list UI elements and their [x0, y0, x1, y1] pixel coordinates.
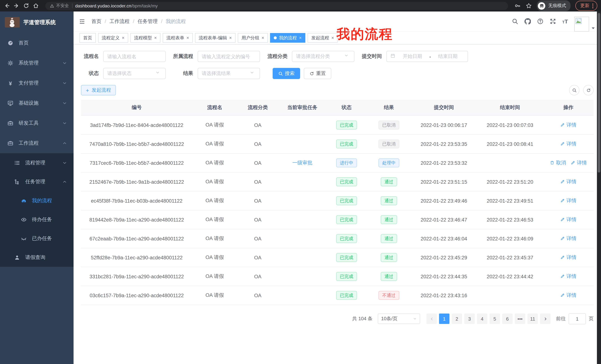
close-icon[interactable]: ×	[186, 36, 189, 40]
sidebar-item-dev-tools[interactable]: 研发工具	[0, 113, 74, 133]
page-button[interactable]: 11	[527, 314, 538, 324]
tab-流程表单-编辑[interactable]: 流程表单-编辑×	[195, 33, 235, 43]
page-button[interactable]: 6	[502, 314, 513, 324]
cell-actions: 详情	[543, 248, 594, 267]
breadcrumb-item[interactable]: 工作流程	[110, 18, 130, 25]
github-icon	[524, 18, 531, 25]
close-icon[interactable]: ×	[229, 36, 232, 40]
close-icon[interactable]: ×	[299, 36, 302, 40]
sidebar-toggle-icon[interactable]	[79, 18, 85, 25]
filter-input[interactable]	[103, 51, 166, 62]
cell-category: OA	[237, 210, 279, 229]
more-pages-button[interactable]: •••	[515, 314, 525, 324]
filter-select[interactable]: 请选择状态	[103, 68, 166, 79]
filter-select[interactable]: 请选择流结果	[198, 68, 260, 79]
reload-icon[interactable]	[23, 3, 29, 9]
url-bar[interactable]: 不安全 dashboard.yudao.iocoder.cn/bpm/task/…	[45, 2, 508, 10]
tab-发起流程[interactable]: 发起流程×	[308, 33, 338, 43]
cell-actions: 详情	[543, 286, 594, 305]
tab-用户分组[interactable]: 用户分组×	[238, 33, 268, 43]
close-icon[interactable]: ×	[154, 36, 157, 40]
create-process-button[interactable]: + 发起流程	[81, 85, 116, 95]
page-button[interactable]: 4	[477, 314, 487, 324]
page-button[interactable]: 1	[439, 314, 450, 324]
cell-category: OA	[237, 153, 279, 172]
filter-select[interactable]: 请选择流程分类	[292, 51, 354, 62]
forward-icon[interactable]	[13, 3, 20, 9]
key-icon[interactable]	[514, 3, 521, 9]
sidebar-item-workflow[interactable]: 工作流程	[0, 133, 74, 153]
bookmark-star-icon[interactable]	[526, 3, 532, 9]
sidebar-item-label: 待办任务	[32, 216, 67, 223]
task-link[interactable]: 一级审批	[292, 160, 312, 166]
sidebar-item-todo-tasks[interactable]: 待办任务	[0, 210, 74, 229]
detail-action[interactable]: 详情	[560, 216, 576, 223]
detail-action[interactable]: 详情	[560, 254, 576, 261]
search-icon	[512, 18, 518, 25]
security-badge[interactable]: 不安全	[50, 3, 69, 9]
edit-icon	[560, 293, 565, 298]
filter-item: 所属流程	[169, 51, 260, 62]
table-row: 52ffd28e-7b9a-11ec-a290-acde48001122OA 请…	[81, 248, 594, 267]
caret-down-icon[interactable]	[591, 26, 595, 30]
detail-action[interactable]: 详情	[560, 122, 576, 128]
detail-action[interactable]: 详情	[560, 273, 576, 280]
back-icon[interactable]	[4, 3, 10, 9]
cell-current-task	[279, 267, 326, 286]
update-button[interactable]: 更新	[575, 1, 597, 11]
page-button[interactable]: 3	[464, 314, 475, 324]
close-icon[interactable]: ×	[261, 36, 264, 40]
filter-input[interactable]	[198, 51, 260, 62]
sidebar-item-task-mgmt[interactable]: 任务管理	[0, 172, 74, 191]
sidebar-item-done-tasks[interactable]: 已办任务	[0, 229, 74, 248]
page-scrollbar[interactable]	[597, 11, 601, 364]
sidebar-item-system[interactable]: 系统管理	[0, 53, 74, 73]
goto-input[interactable]	[569, 313, 586, 324]
cell-category: OA	[237, 286, 279, 305]
menu-dots-icon[interactable]	[592, 3, 594, 8]
toggle-search-button[interactable]	[569, 85, 580, 95]
sidebar-item-infrastructure[interactable]: 基础设施	[0, 93, 74, 113]
tab-流程表单[interactable]: 流程表单×	[163, 33, 193, 43]
breadcrumb-item[interactable]: 首页	[91, 18, 101, 25]
tab-流程模型[interactable]: 流程模型×	[130, 33, 160, 43]
detail-action[interactable]: 详情	[560, 141, 576, 147]
tab-我的流程[interactable]: 我的流程×	[270, 33, 305, 43]
date-range-picker[interactable]: 开始日期-结束日期	[386, 51, 468, 62]
fontsize-icon[interactable]: TT	[562, 18, 568, 24]
cell-id: 819442e8-7b9a-11ec-a290-acde48001122	[81, 210, 192, 229]
detail-action[interactable]: 详情	[560, 235, 576, 242]
refresh-button[interactable]	[583, 85, 594, 95]
page-size-select[interactable]: 10条/页	[378, 314, 420, 324]
edit-icon	[560, 217, 565, 222]
sidebar-item-my-process[interactable]: 我的流程	[0, 191, 74, 210]
close-icon[interactable]: ×	[331, 36, 334, 40]
detail-action[interactable]: 详情	[560, 179, 576, 185]
detail-action[interactable]: 详情	[560, 292, 576, 299]
avatar[interactable]	[574, 17, 589, 31]
page-button[interactable]: 5	[490, 314, 500, 324]
cancel-action[interactable]: 取消	[550, 160, 566, 166]
sidebar-item-payment[interactable]: ¥支付管理	[0, 73, 74, 93]
page-button[interactable]: 2	[452, 314, 462, 324]
breadcrumb-separator: /	[105, 19, 106, 24]
search-button[interactable]: 搜索	[273, 68, 300, 79]
sidebar-item-process-mgmt[interactable]: 流程管理	[0, 153, 74, 172]
scrollbar-thumb[interactable]	[598, 13, 600, 172]
cell-current-task	[279, 229, 326, 248]
detail-action[interactable]: 详情	[560, 197, 576, 204]
reset-button[interactable]: 重置	[304, 68, 331, 79]
page-content: 流程名所属流程流程分类请选择流程分类提交时间开始日期-结束日期 状态请选择状态结…	[74, 45, 601, 364]
detail-action[interactable]: 详情	[571, 160, 587, 166]
cell-category: OA	[237, 267, 279, 286]
active-tab-dot	[274, 36, 277, 39]
breadcrumb-item[interactable]: 任务管理	[138, 18, 158, 25]
next-page-button[interactable]	[540, 314, 551, 324]
sidebar-item-home[interactable]: 首页	[0, 33, 74, 53]
home-icon[interactable]	[33, 3, 39, 9]
prev-page-button[interactable]	[426, 314, 437, 324]
close-icon[interactable]: ×	[122, 36, 124, 40]
sidebar-item-leave-query[interactable]: 请假查询	[0, 248, 74, 267]
tab-流程定义[interactable]: 流程定义×	[98, 33, 128, 43]
tab-首页[interactable]: 首页	[80, 33, 96, 43]
